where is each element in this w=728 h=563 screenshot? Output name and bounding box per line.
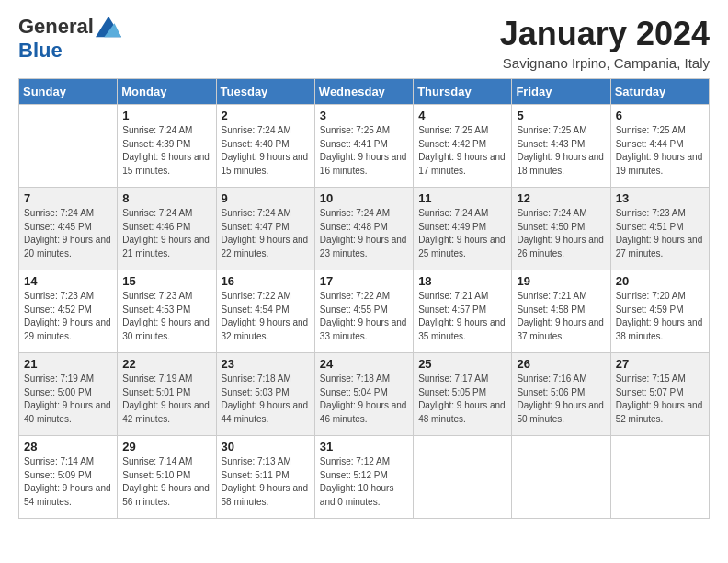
day-number: 12: [517, 191, 605, 205]
day-number: 21: [24, 357, 112, 371]
calendar-week-row: 14Sunrise: 7:23 AMSunset: 4:52 PMDayligh…: [19, 270, 710, 353]
day-info: Sunrise: 7:22 AMSunset: 4:55 PMDaylight:…: [320, 290, 408, 343]
calendar-cell: 26Sunrise: 7:16 AMSunset: 5:06 PMDayligh…: [512, 353, 610, 436]
day-number: 30: [222, 440, 310, 454]
weekday-header: Tuesday: [216, 79, 314, 105]
calendar-cell: 11Sunrise: 7:24 AMSunset: 4:49 PMDayligh…: [414, 188, 512, 270]
calendar-cell: 10Sunrise: 7:24 AMSunset: 4:48 PMDayligh…: [314, 188, 413, 270]
day-info: Sunrise: 7:20 AMSunset: 4:59 PMDaylight:…: [616, 290, 704, 343]
calendar-cell: 16Sunrise: 7:22 AMSunset: 4:54 PMDayligh…: [216, 270, 314, 353]
calendar-cell: 2Sunrise: 7:24 AMSunset: 4:40 PMDaylight…: [216, 105, 314, 188]
day-number: 1: [122, 109, 210, 122]
day-info: Sunrise: 7:12 AMSunset: 5:12 PMDaylight:…: [320, 455, 408, 509]
calendar-cell: 6Sunrise: 7:25 AMSunset: 4:44 PMDaylight…: [610, 105, 709, 188]
day-info: Sunrise: 7:24 AMSunset: 4:40 PMDaylight:…: [222, 124, 310, 178]
day-info: Sunrise: 7:25 AMSunset: 4:42 PMDaylight:…: [418, 124, 506, 178]
day-info: Sunrise: 7:19 AMSunset: 5:00 PMDaylight:…: [24, 373, 112, 426]
subtitle: Savignano Irpino, Campania, Italy: [500, 55, 710, 71]
weekday-header: Sunday: [19, 79, 118, 105]
calendar-cell: 25Sunrise: 7:17 AMSunset: 5:05 PMDayligh…: [414, 353, 512, 436]
calendar-cell: 31Sunrise: 7:12 AMSunset: 5:12 PMDayligh…: [314, 436, 413, 519]
day-number: 10: [320, 191, 408, 205]
day-info: Sunrise: 7:24 AMSunset: 4:50 PMDaylight:…: [517, 207, 605, 260]
logo: General Blue: [18, 15, 121, 63]
calendar-cell: 27Sunrise: 7:15 AMSunset: 5:07 PMDayligh…: [610, 353, 709, 436]
day-number: 4: [418, 109, 506, 122]
day-info: Sunrise: 7:24 AMSunset: 4:45 PMDaylight:…: [24, 207, 112, 260]
day-number: 22: [122, 357, 210, 371]
day-info: Sunrise: 7:13 AMSunset: 5:11 PMDaylight:…: [222, 455, 310, 509]
day-number: 27: [616, 357, 704, 371]
weekday-header: Monday: [118, 79, 216, 105]
calendar-cell: 15Sunrise: 7:23 AMSunset: 4:53 PMDayligh…: [118, 270, 216, 353]
weekday-header: Friday: [512, 79, 610, 105]
day-number: 3: [320, 109, 408, 122]
day-info: Sunrise: 7:14 AMSunset: 5:10 PMDaylight:…: [122, 455, 210, 509]
calendar-cell: 23Sunrise: 7:18 AMSunset: 5:03 PMDayligh…: [216, 353, 314, 436]
day-info: Sunrise: 7:24 AMSunset: 4:48 PMDaylight:…: [320, 207, 408, 260]
day-number: 18: [418, 274, 506, 288]
calendar-cell: 13Sunrise: 7:23 AMSunset: 4:51 PMDayligh…: [610, 188, 709, 270]
calendar-cell: 17Sunrise: 7:22 AMSunset: 4:55 PMDayligh…: [314, 270, 413, 353]
calendar-cell: 7Sunrise: 7:24 AMSunset: 4:45 PMDaylight…: [19, 188, 118, 270]
weekday-header-row: SundayMondayTuesdayWednesdayThursdayFrid…: [19, 79, 710, 105]
day-number: 28: [24, 440, 112, 454]
day-number: 26: [517, 357, 605, 371]
calendar-cell: 18Sunrise: 7:21 AMSunset: 4:57 PMDayligh…: [414, 270, 512, 353]
calendar-cell: 8Sunrise: 7:24 AMSunset: 4:46 PMDaylight…: [118, 188, 216, 270]
day-info: Sunrise: 7:24 AMSunset: 4:46 PMDaylight:…: [122, 207, 210, 260]
month-title: January 2024: [500, 15, 710, 53]
calendar-cell: 19Sunrise: 7:21 AMSunset: 4:58 PMDayligh…: [512, 270, 610, 353]
calendar-cell: 4Sunrise: 7:25 AMSunset: 4:42 PMDaylight…: [414, 105, 512, 188]
day-info: Sunrise: 7:15 AMSunset: 5:07 PMDaylight:…: [616, 373, 704, 426]
calendar-cell: 30Sunrise: 7:13 AMSunset: 5:11 PMDayligh…: [216, 436, 314, 519]
calendar-cell: [610, 436, 709, 519]
day-number: 19: [517, 274, 605, 288]
day-info: Sunrise: 7:16 AMSunset: 5:06 PMDaylight:…: [517, 373, 605, 426]
calendar-cell: 9Sunrise: 7:24 AMSunset: 4:47 PMDaylight…: [216, 188, 314, 270]
calendar-cell: 14Sunrise: 7:23 AMSunset: 4:52 PMDayligh…: [19, 270, 118, 353]
day-number: 24: [320, 357, 408, 371]
calendar-cell: 5Sunrise: 7:25 AMSunset: 4:43 PMDaylight…: [512, 105, 610, 188]
calendar: SundayMondayTuesdayWednesdayThursdayFrid…: [18, 78, 710, 519]
day-number: 8: [122, 191, 210, 205]
logo-blue: Blue: [18, 39, 63, 63]
day-info: Sunrise: 7:24 AMSunset: 4:47 PMDaylight:…: [222, 207, 310, 260]
calendar-cell: 12Sunrise: 7:24 AMSunset: 4:50 PMDayligh…: [512, 188, 610, 270]
day-info: Sunrise: 7:18 AMSunset: 5:03 PMDaylight:…: [222, 373, 310, 426]
day-number: 2: [222, 109, 310, 122]
calendar-week-row: 7Sunrise: 7:24 AMSunset: 4:45 PMDaylight…: [19, 188, 710, 270]
header: General Blue January 2024 Savignano Irpi…: [18, 15, 710, 71]
day-info: Sunrise: 7:23 AMSunset: 4:53 PMDaylight:…: [122, 290, 210, 343]
day-number: 16: [222, 274, 310, 288]
day-info: Sunrise: 7:22 AMSunset: 4:54 PMDaylight:…: [222, 290, 310, 343]
calendar-cell: [512, 436, 610, 519]
day-number: 15: [122, 274, 210, 288]
day-info: Sunrise: 7:24 AMSunset: 4:39 PMDaylight:…: [122, 124, 210, 178]
weekday-header: Wednesday: [314, 79, 413, 105]
day-number: 7: [24, 191, 112, 205]
day-info: Sunrise: 7:21 AMSunset: 4:57 PMDaylight:…: [418, 290, 506, 343]
day-info: Sunrise: 7:25 AMSunset: 4:43 PMDaylight:…: [517, 124, 605, 178]
day-number: 9: [222, 191, 310, 205]
weekday-header: Thursday: [414, 79, 512, 105]
day-info: Sunrise: 7:25 AMSunset: 4:44 PMDaylight:…: [616, 124, 704, 178]
day-number: 17: [320, 274, 408, 288]
weekday-header: Saturday: [610, 79, 709, 105]
day-number: 13: [616, 191, 704, 205]
calendar-week-row: 21Sunrise: 7:19 AMSunset: 5:00 PMDayligh…: [19, 353, 710, 436]
day-info: Sunrise: 7:23 AMSunset: 4:52 PMDaylight:…: [24, 290, 112, 343]
day-number: 29: [122, 440, 210, 454]
calendar-cell: 21Sunrise: 7:19 AMSunset: 5:00 PMDayligh…: [19, 353, 118, 436]
calendar-cell: 28Sunrise: 7:14 AMSunset: 5:09 PMDayligh…: [19, 436, 118, 519]
day-number: 5: [517, 109, 605, 122]
day-number: 31: [320, 440, 408, 454]
calendar-cell: [414, 436, 512, 519]
calendar-cell: [19, 105, 118, 188]
calendar-cell: 29Sunrise: 7:14 AMSunset: 5:10 PMDayligh…: [118, 436, 216, 519]
day-info: Sunrise: 7:19 AMSunset: 5:01 PMDaylight:…: [122, 373, 210, 426]
day-number: 25: [418, 357, 506, 371]
day-info: Sunrise: 7:21 AMSunset: 4:58 PMDaylight:…: [517, 290, 605, 343]
calendar-cell: 24Sunrise: 7:18 AMSunset: 5:04 PMDayligh…: [314, 353, 413, 436]
calendar-cell: 22Sunrise: 7:19 AMSunset: 5:01 PMDayligh…: [118, 353, 216, 436]
